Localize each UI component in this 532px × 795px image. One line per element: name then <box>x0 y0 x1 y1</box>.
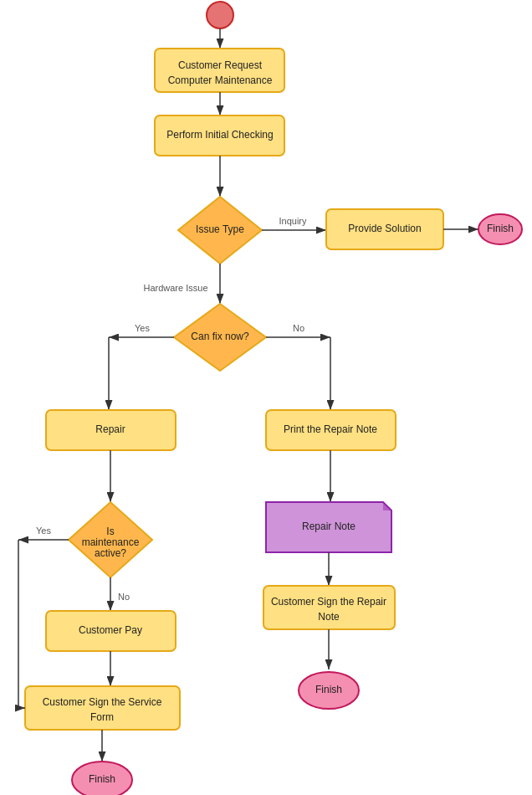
initial-checking-label: Perform Initial Checking <box>166 129 273 141</box>
cust-sign-repair-label2: Note <box>318 611 340 623</box>
is-maint-label1: Is <box>106 526 114 537</box>
finish-inquiry-label: Finish <box>487 223 514 234</box>
customer-pay-label: Customer Pay <box>79 624 142 636</box>
inquiry-label: Inquiry <box>279 216 307 226</box>
repair-label: Repair <box>95 423 125 435</box>
provide-solution-label: Provide Solution <box>348 223 421 234</box>
cust-sign-service-label1: Customer Sign the Service <box>43 696 162 708</box>
yes-label: Yes <box>135 323 150 333</box>
maint-no-label: No <box>118 592 130 602</box>
cust-sign-repair-label1: Customer Sign the Repair <box>271 596 386 608</box>
no-label: No <box>293 323 304 333</box>
customer-request-label: Customer Request <box>178 59 263 71</box>
print-repair-label: Print the Repair Note <box>284 423 377 435</box>
finish-left-label: Finish <box>89 773 115 785</box>
issue-type-label: Issue Type <box>196 223 244 235</box>
can-fix-label: Can fix now? <box>191 331 249 342</box>
maint-yes-label: Yes <box>36 526 51 536</box>
is-maint-label2: maintenance <box>82 536 140 548</box>
repair-note-label: Repair Note <box>302 521 356 532</box>
cust-sign-service-label2: Form <box>90 711 114 723</box>
note-fold <box>383 502 391 510</box>
hardware-label: Hardware Issue <box>143 283 207 293</box>
start-node <box>207 2 233 28</box>
customer-request-label2: Computer Maintenance <box>168 74 273 86</box>
is-maint-label3: active? <box>95 547 126 559</box>
finish-right-label: Finish <box>315 684 342 695</box>
